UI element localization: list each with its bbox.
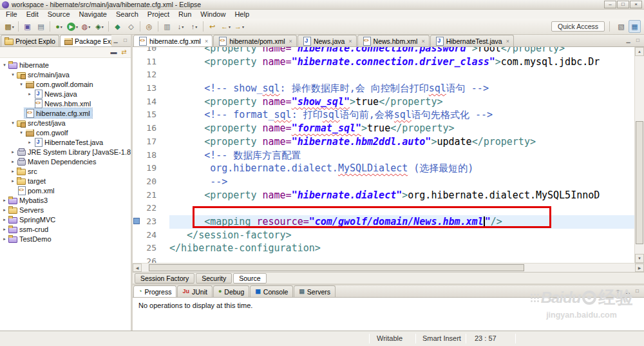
panel-tab-debug[interactable]: ●Debug — [213, 285, 249, 297]
editor-tab-hibernate-cfg-xml[interactable]: hibernate.cfg.xml× — [133, 35, 213, 46]
code-line-15[interactable]: <!-- format_sql: 打印sql语句前,会将sql语句先格式化 --… — [169, 108, 634, 122]
expand-icon[interactable]: ▸ — [1, 207, 8, 213]
close-tab-icon[interactable]: × — [289, 38, 292, 44]
maximize-editor-icon[interactable]: □ — [634, 37, 642, 44]
code-line-20[interactable]: --> — [169, 175, 634, 189]
vertical-scroll-thumb[interactable] — [636, 121, 643, 244]
quick-access-button[interactable]: Quick Access — [551, 21, 605, 32]
menu-project[interactable]: Project — [143, 10, 174, 19]
close-button[interactable]: × — [630, 1, 642, 8]
code-line-17[interactable]: <property name="hibernate.hbm2ddl.auto">… — [169, 135, 634, 149]
code-line-21[interactable]: <property name="hibernate.dialect">org.h… — [169, 189, 634, 202]
editor-tab-hibernate-pom-xml[interactable]: hibernate/pom.xml× — [213, 35, 297, 46]
menu-file[interactable]: File — [1, 10, 22, 19]
panel-tab-servers[interactable]: ▤Servers — [294, 285, 336, 297]
minimize-editor-icon[interactable]: ▁ — [624, 37, 632, 44]
close-tab-icon[interactable]: × — [348, 38, 352, 44]
expand-icon[interactable]: ▸ — [1, 227, 8, 232]
code-line-23[interactable]: <mapping resource="com/gwolf/domain/News… — [169, 215, 634, 229]
expand-icon[interactable]: ▸ — [1, 198, 8, 203]
java-ee-perspective-button[interactable]: ▦ — [629, 20, 641, 33]
scroll-up-icon[interactable]: ▲ — [635, 47, 644, 56]
collapse-icon[interactable]: ▾ — [10, 72, 16, 77]
code-line-19[interactable]: org.hibernate.dialect.MySQLDialect (选择最短… — [169, 162, 634, 175]
close-tab-icon[interactable]: × — [421, 38, 424, 44]
page-tab-security[interactable]: Security — [196, 273, 232, 284]
tree-item-mybatis3[interactable]: ▸Mybatis3 — [0, 195, 131, 205]
menu-help[interactable]: Help — [230, 10, 254, 19]
panel-tab-progress[interactable]: ◔Progress — [133, 285, 176, 297]
expand-icon[interactable]: ▸ — [26, 140, 33, 145]
collapse-icon[interactable]: ▾ — [18, 130, 24, 135]
mark-occurrences-button[interactable]: ▥ — [161, 20, 173, 33]
forward-button[interactable]: →▾ — [233, 20, 245, 33]
horizontal-scroll-track[interactable] — [142, 264, 635, 272]
close-tab-icon[interactable]: × — [205, 38, 208, 44]
tree-item-hibernate[interactable]: ▾hibernate — [0, 60, 131, 70]
scroll-down-icon[interactable]: ▼ — [635, 254, 644, 263]
expand-icon[interactable]: ▸ — [1, 236, 8, 242]
horizontal-scroll-thumb[interactable] — [149, 264, 524, 271]
vertical-scrollbar[interactable]: ▲ ▼ — [634, 47, 644, 263]
horizontal-scrollbar[interactable]: ◀ ▶ — [133, 263, 644, 272]
tree-item-news-hbm-xml[interactable]: News.hbm.xml — [0, 99, 131, 108]
code-area[interactable]: <property name="hibernate.connection.pas… — [167, 47, 634, 263]
tree-item-com-gwolf[interactable]: ▾com.gwolf — [0, 128, 131, 137]
editor-tab-news-java[interactable]: News.java× — [298, 35, 357, 46]
tree-item-src[interactable]: ▸src — [0, 166, 131, 176]
collapse-icon[interactable]: ▾ — [10, 120, 16, 126]
tree-item-jre-system-library-javase-1-8[interactable]: ▸JRE System Library [JavaSE-1.8] — [0, 147, 131, 157]
tree-item-hibernate-cfg-xml[interactable]: hibernate.cfg.xml — [0, 108, 131, 118]
page-tab-source[interactable]: Source — [233, 273, 266, 284]
maximize-panel-icon[interactable]: □ — [633, 287, 641, 295]
editor-tab-news-hbm-xml[interactable]: News.hbm.xml× — [357, 35, 430, 46]
next-annotation-button[interactable]: ↓▾ — [175, 20, 187, 33]
menu-navigate[interactable]: Navigate — [75, 10, 111, 19]
tree-item-springmvc[interactable]: ▸SpringMVC — [0, 215, 131, 224]
search-button[interactable]: ◎ — [143, 20, 155, 33]
expand-icon[interactable]: ▸ — [10, 159, 16, 164]
tree-item-hibernatetest-java[interactable]: ▸HibernateTest.java — [0, 137, 131, 147]
last-edit-location-button[interactable]: ↩ — [206, 20, 218, 33]
debug-button[interactable]: ●▾ — [53, 20, 65, 33]
menu-edit[interactable]: Edit — [22, 10, 43, 19]
scroll-right-icon[interactable]: ▶ — [635, 264, 644, 272]
code-line-13[interactable]: <!-- show_sql: 操作数据库时,会 向控制台打印sql语句 --> — [169, 82, 634, 95]
panel-tab-console[interactable]: ▦Console — [250, 285, 293, 297]
collapse-icon[interactable]: ▾ — [18, 82, 24, 87]
tree-item-ssm-crud[interactable]: ▸ssm-crud — [0, 224, 131, 234]
scroll-left-icon[interactable]: ◀ — [133, 264, 142, 272]
view-tab-project-explo[interactable]: Project Explo — [1, 35, 59, 46]
tree-item-target[interactable]: ▸target — [0, 176, 131, 186]
code-line-26[interactable] — [169, 255, 634, 263]
tree-item-testdemo[interactable]: ▸TestDemo — [0, 234, 131, 244]
open-perspective-button[interactable]: ▧ — [615, 20, 627, 33]
view-tab-package-expl[interactable]: Package Expl× — [60, 35, 111, 46]
external-tools-button[interactable]: ◈▾ — [93, 20, 106, 33]
minimize-button[interactable]: – — [604, 1, 616, 8]
menu-search[interactable]: Search — [111, 10, 143, 19]
page-tab-session-factory[interactable]: Session Factory — [135, 273, 194, 284]
code-line-18[interactable]: <!-- 数据库方言配置 — [169, 149, 634, 162]
code-line-11[interactable]: <property name="hibernate.connection.dri… — [169, 55, 634, 69]
minimize-panel-icon[interactable]: ▁ — [623, 287, 632, 295]
maximize-view-icon[interactable]: □ — [121, 37, 129, 44]
tree-item-servers[interactable]: ▸Servers — [0, 205, 131, 215]
run-button[interactable]: ▶▾ — [66, 20, 79, 33]
back-button[interactable]: ←▾ — [220, 20, 232, 33]
close-tab-icon[interactable]: × — [506, 38, 509, 44]
tree-item-pom-xml[interactable]: pom.xml — [0, 186, 131, 195]
menu-source[interactable]: Source — [43, 10, 75, 19]
code-line-25[interactable]: </hibernate-configuration> — [169, 242, 634, 255]
coverage-button[interactable]: ◍▾ — [80, 20, 92, 33]
panel-tab-junit[interactable]: JuJUnit — [177, 285, 212, 297]
collapse-all-button[interactable]: ▬ — [109, 48, 118, 56]
menu-window[interactable]: Window — [196, 10, 230, 19]
save-button[interactable]: ▣ — [21, 20, 33, 33]
tree-item-news-java[interactable]: ▸News.java — [0, 89, 131, 99]
view-menu-icon[interactable]: ▾ — [614, 287, 622, 295]
code-line-22[interactable] — [169, 202, 634, 215]
collapse-icon[interactable]: ▾ — [1, 62, 8, 68]
expand-icon[interactable]: ▸ — [1, 217, 8, 222]
expand-icon[interactable]: ▸ — [10, 149, 16, 155]
